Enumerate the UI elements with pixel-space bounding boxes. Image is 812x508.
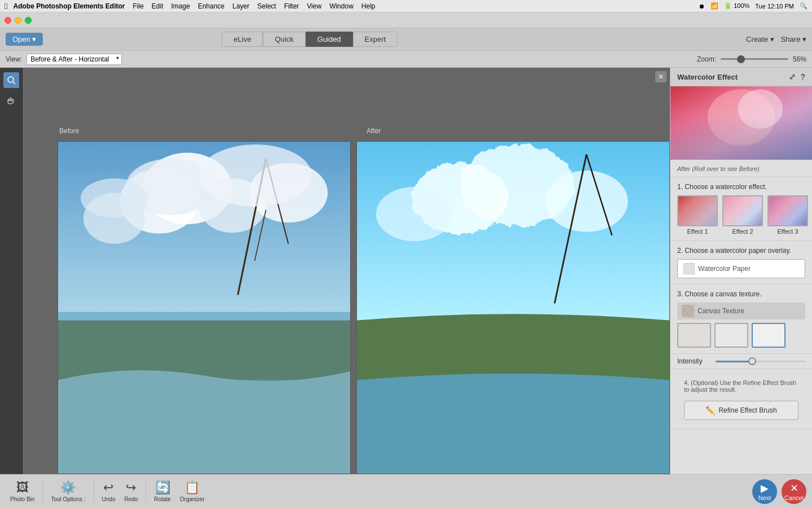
- canvas-thumb-2[interactable]: [714, 323, 748, 348]
- step4-label: 4. (Optional) Use the Refine Effect Brus…: [677, 375, 805, 397]
- panel-minimize-icon[interactable]: ⤢: [789, 72, 796, 81]
- cancel-button[interactable]: ✕ Cancel: [782, 479, 806, 504]
- canvas-thumb-3[interactable]: [752, 323, 785, 348]
- svg-point-0: [8, 77, 14, 82]
- effect2-thumb[interactable]: Effect 2: [722, 195, 763, 235]
- zoom-slider[interactable]: [721, 58, 788, 60]
- effect1-thumb[interactable]: Effect 1: [677, 195, 718, 235]
- left-tools: [0, 68, 23, 474]
- svg-point-5: [142, 153, 232, 225]
- redo-tool[interactable]: ↪ Redo: [120, 478, 142, 505]
- maximize-window-button[interactable]: [25, 17, 32, 24]
- bottom-bar: 🖼 Photo Bin ⚙️ Tool Options : ↩ Undo ↪ R…: [0, 474, 812, 508]
- zoom-tool-icon[interactable]: [3, 72, 19, 88]
- menu-layer[interactable]: Layer: [232, 2, 249, 10]
- tab-quick[interactable]: Quick: [263, 32, 305, 47]
- image-panels: [23, 141, 670, 474]
- menu-edit[interactable]: Edit: [152, 2, 164, 10]
- share-button[interactable]: Share ▾: [781, 35, 806, 43]
- open-button[interactable]: Open ▾: [6, 33, 43, 46]
- tab-guided[interactable]: Guided: [306, 32, 353, 47]
- paper-overlay-button[interactable]: Watercolor Paper: [677, 259, 805, 278]
- main-area: ✕ Before After: [0, 68, 812, 474]
- rollover-text: After (Roll over to see Before): [677, 165, 760, 172]
- effect2-image: [722, 195, 763, 226]
- refine-brush-icon: ✏️: [705, 406, 715, 415]
- tab-elive[interactable]: eLive: [222, 32, 263, 47]
- organizer-label: Organizer: [180, 496, 205, 502]
- effect1-label: Effect 1: [677, 228, 718, 235]
- after-panel: [356, 141, 670, 474]
- cancel-icon: ✕: [790, 482, 798, 494]
- tab-expert[interactable]: Expert: [353, 32, 398, 47]
- search-icon[interactable]: 🔍: [800, 2, 807, 10]
- svg-rect-23: [670, 86, 812, 159]
- next-label: Next: [758, 494, 771, 501]
- svg-line-11: [255, 210, 266, 261]
- menu-filter[interactable]: Filter: [284, 2, 299, 10]
- photo-bin-tool[interactable]: 🖼 Photo Bin: [6, 478, 39, 505]
- canvas-thumb-1[interactable]: [677, 323, 711, 348]
- after-label: After: [367, 127, 381, 135]
- undo-tool[interactable]: ↩ Undo: [98, 478, 120, 505]
- create-share-area: Create ▾ Share ▾: [746, 35, 806, 43]
- tool-options-label: Tool Options :: [51, 496, 85, 502]
- step2-section: 2. Choose a watercolor paper overlay. Wa…: [670, 241, 812, 284]
- rollover-text-section: After (Roll over to see Before): [670, 160, 812, 177]
- svg-rect-3: [58, 142, 350, 312]
- canvas-texture-icon: [682, 305, 694, 317]
- close-window-button[interactable]: [5, 17, 11, 24]
- rotate-icon: 🔄: [155, 480, 170, 495]
- menu-right-icons: ⏺ 📶 🔋 100% Tue 12:10 PM 🔍: [699, 2, 807, 10]
- effect-preview-image: [670, 86, 812, 160]
- next-icon: ▶: [761, 482, 769, 494]
- clock: Tue 12:10 PM: [755, 3, 794, 10]
- app-name: Adobe Photoshop Elements Editor: [13, 2, 125, 10]
- panel-header: Watercolor Effect ⤢ ?: [670, 68, 812, 86]
- intensity-slider[interactable]: [716, 361, 805, 362]
- refine-brush-label: Refine Effect Brush: [718, 406, 776, 414]
- minimize-window-button[interactable]: [15, 17, 21, 24]
- svg-line-1: [13, 82, 15, 84]
- redo-icon: ↪: [126, 480, 136, 495]
- effect1-image: [677, 195, 718, 226]
- tool-options-icon: ⚙️: [60, 480, 76, 495]
- view-select-wrap: Before & After - Horizontal: [27, 54, 122, 65]
- menu-window[interactable]: Window: [329, 2, 354, 10]
- menu-select[interactable]: Select: [257, 2, 276, 10]
- close-canvas-button[interactable]: ✕: [655, 71, 667, 82]
- paper-icon: [683, 263, 695, 274]
- view-select[interactable]: Before & After - Horizontal: [27, 54, 122, 65]
- next-button[interactable]: ▶ Next: [752, 479, 777, 504]
- intensity-row: Intensity: [670, 354, 812, 369]
- organizer-tool[interactable]: 📋 Organizer: [175, 478, 209, 505]
- wifi-icon: 📶: [710, 2, 718, 10]
- before-image: [58, 142, 350, 474]
- before-label: Before: [59, 127, 79, 135]
- effect3-thumb[interactable]: Effect 3: [767, 195, 808, 235]
- hand-tool-icon[interactable]: [3, 93, 19, 108]
- tool-options-tool[interactable]: ⚙️ Tool Options :: [46, 478, 90, 505]
- menu-view[interactable]: View: [307, 2, 321, 10]
- menu-enhance[interactable]: Enhance: [198, 2, 224, 10]
- svg-point-8: [249, 163, 328, 223]
- traffic-lights: [5, 17, 32, 24]
- menu-help[interactable]: Help: [361, 2, 376, 10]
- step3-section: 3. Choose a canvas texture. Canvas Textu…: [670, 284, 812, 354]
- undo-label: Undo: [102, 496, 116, 502]
- menu-image[interactable]: Image: [171, 2, 190, 10]
- apple-menu[interactable]: : [5, 1, 7, 11]
- rotate-label: Rotate: [154, 496, 170, 502]
- canvas-area: ✕ Before After: [23, 68, 670, 474]
- separator-2: [94, 480, 94, 503]
- zoom-value: 56%: [793, 55, 806, 63]
- step4-section: 4. (Optional) Use the Refine Effect Brus…: [670, 369, 812, 430]
- menu-file[interactable]: File: [133, 2, 144, 10]
- canvas-texture-label: Canvas Texture: [698, 307, 744, 315]
- svg-point-24: [708, 89, 775, 146]
- panel-help-icon[interactable]: ?: [800, 72, 805, 81]
- rotate-tool[interactable]: 🔄 Rotate: [149, 478, 175, 505]
- refine-brush-button[interactable]: ✏️ Refine Effect Brush: [684, 401, 798, 420]
- create-button[interactable]: Create ▾: [746, 35, 774, 43]
- battery-icon: 🔋 100%: [724, 2, 749, 10]
